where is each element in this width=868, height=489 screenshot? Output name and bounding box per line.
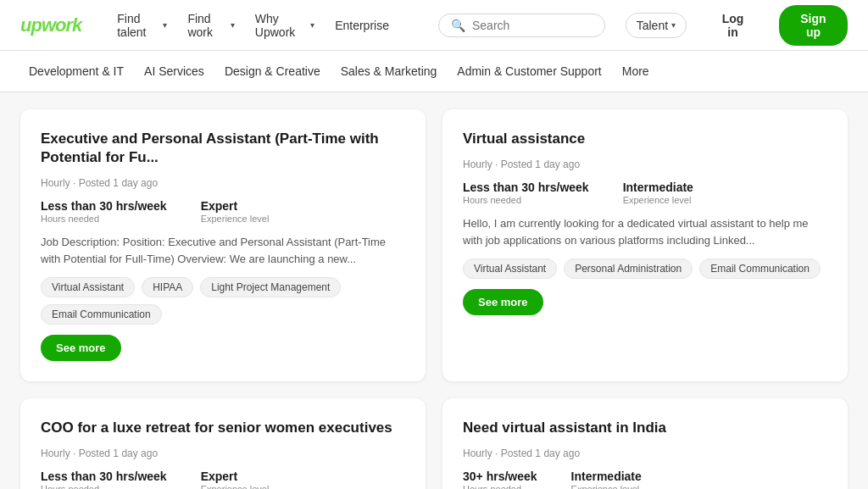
stat-value: Less than 30 hrs/week [41, 470, 167, 483]
skill-tag[interactable]: Personal Administration [564, 258, 693, 279]
nav-item-why-upwork[interactable]: Why Upwork▾ [247, 7, 323, 44]
skill-tag[interactable]: Email Communication [41, 304, 162, 325]
sub-nav-item-admin-and-customer-support[interactable]: Admin & Customer Support [448, 59, 609, 83]
chevron-down-icon: ▾ [671, 20, 676, 30]
job-card-0: Executive and Personal Assistant (Part-T… [20, 109, 426, 381]
card-description: Job Description: Position: Executive and… [41, 234, 405, 267]
job-card-1: Virtual assistanceHourly · Posted 1 day … [442, 109, 848, 381]
search-icon: 🔍 [451, 19, 465, 32]
chevron-down-icon: ▾ [163, 20, 167, 30]
skill-tag[interactable]: Light Project Management [200, 277, 341, 297]
sub-nav: Development & ITAI ServicesDesign & Crea… [0, 51, 868, 92]
sub-nav-item-more[interactable]: More [614, 59, 658, 83]
card-description: Hello, I am currently looking for a dedi… [463, 215, 827, 248]
skill-tag[interactable]: Virtual Assistant [41, 277, 135, 297]
see-more-button[interactable]: See more [463, 289, 543, 315]
card-stats: Less than 30 hrs/weekHours neededExpertE… [41, 470, 405, 489]
stat-item: 30+ hrs/weekHours needed [463, 470, 537, 489]
card-title: COO for a luxe retreat for senior women … [41, 419, 405, 437]
stat-value: Less than 30 hrs/week [41, 199, 167, 213]
main-nav: Find talent▾Find work▾Why Upwork▾Enterpr… [108, 7, 398, 44]
stat-item: ExpertExperience level [201, 470, 270, 489]
header: upwork Find talent▾Find work▾Why Upwork▾… [0, 0, 868, 51]
stat-label: Hours needed [463, 195, 589, 205]
skill-tag[interactable]: HIPAA [142, 277, 193, 297]
stat-value: Intermediate [623, 181, 693, 194]
card-stats: Less than 30 hrs/weekHours neededExpertE… [41, 199, 405, 224]
sub-nav-item-ai-services[interactable]: AI Services [136, 59, 213, 83]
main-content: Executive and Personal Assistant (Part-T… [0, 92, 868, 489]
stat-item: ExpertExperience level [201, 199, 270, 224]
stat-value: 30+ hrs/week [463, 470, 537, 483]
chevron-down-icon: ▾ [231, 20, 235, 30]
nav-item-find-work[interactable]: Find work▾ [179, 7, 242, 44]
stat-value: Intermediate [571, 470, 642, 483]
card-title: Executive and Personal Assistant (Part-T… [41, 130, 405, 167]
stat-item: Less than 30 hrs/weekHours needed [41, 199, 167, 224]
stat-item: IntermediateExperience level [623, 181, 693, 205]
see-more-button[interactable]: See more [41, 335, 121, 361]
login-button[interactable]: Log in [707, 7, 759, 44]
job-card-2: COO for a luxe retreat for senior women … [20, 398, 426, 489]
stat-item: Less than 30 hrs/weekHours needed [463, 181, 589, 205]
stat-label: Experience level [623, 195, 693, 205]
nav-item-find-talent[interactable]: Find talent▾ [108, 7, 175, 44]
card-stats: 30+ hrs/weekHours neededIntermediateExpe… [463, 470, 827, 489]
stat-label: Experience level [201, 484, 270, 489]
signup-button[interactable]: Sign up [779, 5, 848, 46]
skill-tag[interactable]: Email Communication [699, 258, 821, 279]
talent-filter-dropdown[interactable]: Talent ▾ [626, 13, 687, 38]
search-bar[interactable]: 🔍 [438, 14, 605, 37]
search-input[interactable] [472, 19, 593, 32]
stat-label: Hours needed [41, 214, 167, 224]
sub-nav-item-design-and-creative[interactable]: Design & Creative [216, 59, 329, 83]
sub-nav-item-development-and-it[interactable]: Development & IT [20, 59, 132, 83]
stat-label: Hours needed [463, 484, 537, 489]
stat-item: IntermediateExperience level [571, 470, 642, 489]
stat-value: Expert [201, 470, 270, 483]
card-tags: Virtual AssistantHIPAALight Project Mana… [41, 277, 405, 325]
card-title: Need virtual assistant in India [463, 419, 827, 437]
job-card-3: Need virtual assistant in IndiaHourly · … [442, 398, 848, 489]
stat-label: Experience level [201, 214, 270, 224]
sub-nav-item-sales-and-marketing[interactable]: Sales & Marketing [332, 59, 446, 83]
card-title: Virtual assistance [463, 130, 827, 148]
stat-value: Expert [201, 199, 270, 213]
card-tags: Virtual AssistantPersonal Administration… [463, 258, 827, 279]
stat-label: Experience level [571, 484, 642, 489]
nav-item-enterprise[interactable]: Enterprise [326, 7, 398, 44]
skill-tag[interactable]: Virtual Assistant [463, 258, 557, 279]
cards-grid: Executive and Personal Assistant (Part-T… [20, 109, 848, 489]
stat-item: Less than 30 hrs/weekHours needed [41, 470, 167, 489]
card-meta: Hourly · Posted 1 day ago [41, 447, 405, 459]
card-meta: Hourly · Posted 1 day ago [41, 177, 405, 189]
card-meta: Hourly · Posted 1 day ago [463, 447, 827, 459]
stat-value: Less than 30 hrs/week [463, 181, 589, 194]
upwork-logo[interactable]: upwork [20, 14, 81, 36]
talent-filter-label: Talent [637, 19, 668, 32]
card-stats: Less than 30 hrs/weekHours neededInterme… [463, 181, 827, 205]
chevron-down-icon: ▾ [310, 20, 314, 30]
card-meta: Hourly · Posted 1 day ago [463, 158, 827, 170]
stat-label: Hours needed [41, 484, 167, 489]
